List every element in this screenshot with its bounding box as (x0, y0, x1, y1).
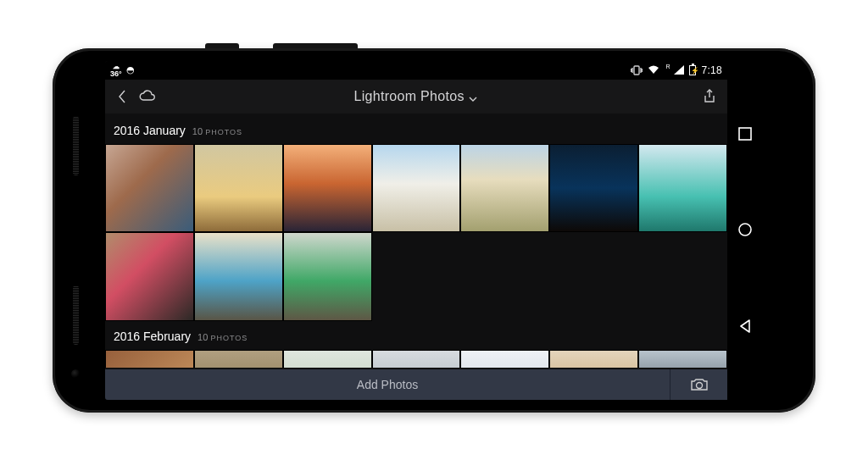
status-bar: ☁ 36° ◓ R ⚡ 7: (105, 61, 727, 80)
section-count: 10 PHOTOS (192, 126, 242, 136)
battery-icon: ⚡ (689, 65, 696, 75)
wifi-icon (648, 65, 659, 75)
phone-frame: ☁ 36° ◓ R ⚡ 7: (53, 48, 815, 413)
add-photos-button[interactable]: Add Photos (105, 369, 670, 400)
temperature-value: 36° (110, 70, 122, 78)
section-count: 10 PHOTOS (198, 332, 248, 342)
home-button[interactable] (734, 219, 756, 241)
phone-speaker (73, 116, 79, 175)
recent-apps-button[interactable] (734, 123, 756, 145)
photo-thumbnail[interactable] (372, 144, 461, 233)
month-section: 2016 January 10 PHOTOS (105, 120, 727, 322)
photo-thumbnail[interactable] (549, 350, 638, 368)
section-title: 2016 February (114, 330, 191, 343)
screen: ☁ 36° ◓ R ⚡ 7: (105, 61, 763, 400)
thumbnail-grid (105, 144, 727, 322)
photo-scroll-area[interactable]: 2016 January 10 PHOTOS (105, 114, 727, 369)
android-nav-bar (727, 61, 763, 400)
photo-thumbnail[interactable] (283, 144, 372, 233)
svg-rect-2 (739, 128, 751, 140)
photo-thumbnail[interactable] (105, 232, 194, 321)
clock: 7:18 (701, 64, 722, 76)
back-button[interactable] (114, 89, 131, 104)
page-title: Lightroom Photos (105, 89, 727, 104)
share-button[interactable] (700, 89, 719, 104)
cloud-sync-icon[interactable] (136, 90, 159, 103)
section-title: 2016 January (114, 124, 186, 137)
photo-thumbnail[interactable] (194, 232, 283, 321)
chevron-down-icon[interactable] (468, 91, 478, 105)
phone-speaker (73, 285, 79, 345)
photo-thumbnail[interactable] (460, 350, 549, 368)
svg-point-1 (696, 382, 702, 388)
thumbnail-grid (105, 350, 727, 368)
month-section: 2016 February 10 PHOTOS (105, 326, 727, 368)
app-content: ☁ 36° ◓ R ⚡ 7: (105, 61, 727, 400)
back-nav-button[interactable] (734, 315, 756, 337)
ghost-icon: ◓ (126, 64, 135, 75)
svg-rect-0 (634, 66, 639, 75)
phone-camera (71, 369, 81, 379)
app-toolbar: Lightroom Photos (105, 80, 727, 114)
photo-thumbnail[interactable] (638, 144, 727, 233)
weather-indicator: ☁ 36° (110, 63, 122, 78)
bottom-action-bar: Add Photos (105, 369, 727, 400)
phone-hardware-buttons (205, 43, 459, 48)
section-header[interactable]: 2016 February 10 PHOTOS (105, 326, 727, 350)
photo-thumbnail[interactable] (638, 350, 727, 368)
svg-point-3 (739, 224, 751, 236)
roaming-indicator: R (665, 64, 670, 69)
photo-thumbnail[interactable] (372, 350, 461, 368)
photo-thumbnail[interactable] (194, 350, 283, 368)
section-header[interactable]: 2016 January 10 PHOTOS (105, 120, 727, 144)
photo-thumbnail[interactable] (283, 232, 372, 321)
camera-button[interactable] (670, 369, 727, 400)
photo-thumbnail[interactable] (105, 144, 194, 233)
signal-icon (674, 65, 684, 75)
photo-thumbnail[interactable] (105, 350, 194, 368)
photo-thumbnail[interactable] (194, 144, 283, 233)
photo-thumbnail[interactable] (283, 350, 372, 368)
photo-thumbnail[interactable] (549, 144, 638, 233)
vibrate-icon (631, 65, 643, 75)
photo-thumbnail[interactable] (460, 144, 549, 233)
